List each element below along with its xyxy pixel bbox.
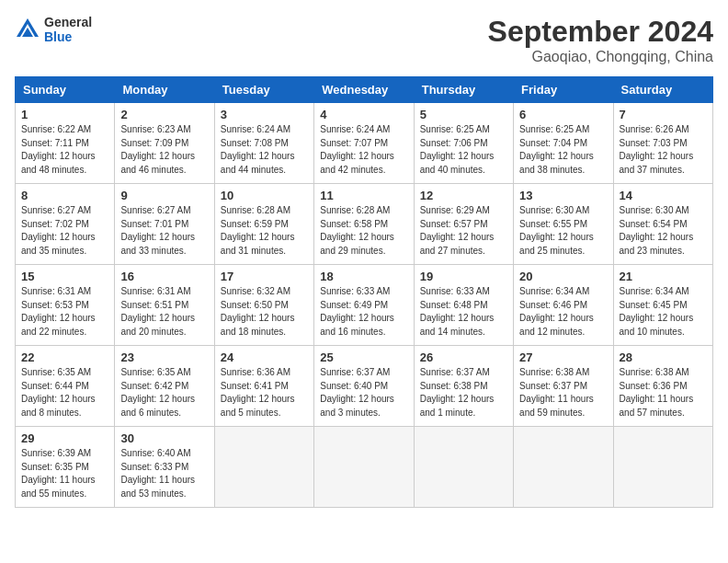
logo-blue: Blue: [44, 29, 92, 44]
weekday-header-tuesday: Tuesday: [214, 77, 313, 103]
weekday-header-monday: Monday: [115, 77, 214, 103]
calendar-cell-2: 2Sunrise: 6:23 AMSunset: 7:09 PMDaylight…: [115, 103, 214, 184]
calendar-cell-empty: [214, 427, 313, 508]
calendar-week-1: 1Sunrise: 6:22 AMSunset: 7:11 PMDaylight…: [16, 103, 713, 184]
calendar-cell-24: 24Sunrise: 6:36 AMSunset: 6:41 PMDayligh…: [214, 346, 313, 427]
calendar-cell-28: 28Sunrise: 6:38 AMSunset: 6:36 PMDayligh…: [613, 346, 712, 427]
calendar-cell-empty: [314, 427, 414, 508]
calendar-cell-1: 1Sunrise: 6:22 AMSunset: 7:11 PMDaylight…: [16, 103, 115, 184]
logo-general: General: [44, 15, 92, 29]
weekday-header-row: SundayMondayTuesdayWednesdayThursdayFrid…: [16, 77, 713, 103]
page-header: General Blue September 2024 Gaoqiao, Cho…: [15, 15, 713, 65]
calendar-cell-21: 21Sunrise: 6:34 AMSunset: 6:45 PMDayligh…: [613, 265, 712, 346]
weekday-header-sunday: Sunday: [16, 77, 115, 103]
calendar-cell-14: 14Sunrise: 6:30 AMSunset: 6:54 PMDayligh…: [613, 184, 712, 265]
calendar-cell-19: 19Sunrise: 6:33 AMSunset: 6:48 PMDayligh…: [414, 265, 513, 346]
calendar-cell-18: 18Sunrise: 6:33 AMSunset: 6:49 PMDayligh…: [314, 265, 414, 346]
calendar-cell-7: 7Sunrise: 6:26 AMSunset: 7:03 PMDaylight…: [613, 103, 712, 184]
month-title: September 2024: [488, 15, 713, 49]
calendar-cell-30: 30Sunrise: 6:40 AMSunset: 6:33 PMDayligh…: [115, 427, 214, 508]
logo: General Blue: [15, 15, 92, 44]
weekday-header-friday: Friday: [514, 77, 613, 103]
calendar-week-3: 15Sunrise: 6:31 AMSunset: 6:53 PMDayligh…: [16, 265, 713, 346]
calendar-cell-17: 17Sunrise: 6:32 AMSunset: 6:50 PMDayligh…: [214, 265, 313, 346]
calendar-cell-11: 11Sunrise: 6:28 AMSunset: 6:58 PMDayligh…: [314, 184, 414, 265]
calendar-cell-3: 3Sunrise: 6:24 AMSunset: 7:08 PMDaylight…: [214, 103, 313, 184]
weekday-header-thursday: Thursday: [414, 77, 513, 103]
calendar-cell-12: 12Sunrise: 6:29 AMSunset: 6:57 PMDayligh…: [414, 184, 513, 265]
calendar-cell-22: 22Sunrise: 6:35 AMSunset: 6:44 PMDayligh…: [16, 346, 115, 427]
logo-icon: [15, 17, 40, 42]
calendar-cell-16: 16Sunrise: 6:31 AMSunset: 6:51 PMDayligh…: [115, 265, 214, 346]
calendar-cell-20: 20Sunrise: 6:34 AMSunset: 6:46 PMDayligh…: [514, 265, 613, 346]
calendar-week-2: 8Sunrise: 6:27 AMSunset: 7:02 PMDaylight…: [16, 184, 713, 265]
calendar-cell-8: 8Sunrise: 6:27 AMSunset: 7:02 PMDaylight…: [16, 184, 115, 265]
calendar-cell-29: 29Sunrise: 6:39 AMSunset: 6:35 PMDayligh…: [16, 427, 115, 508]
logo-text: General Blue: [44, 15, 92, 44]
calendar-cell-23: 23Sunrise: 6:35 AMSunset: 6:42 PMDayligh…: [115, 346, 214, 427]
calendar-week-4: 22Sunrise: 6:35 AMSunset: 6:44 PMDayligh…: [16, 346, 713, 427]
calendar-cell-27: 27Sunrise: 6:38 AMSunset: 6:37 PMDayligh…: [514, 346, 613, 427]
calendar-cell-15: 15Sunrise: 6:31 AMSunset: 6:53 PMDayligh…: [16, 265, 115, 346]
calendar-cell-empty: [414, 427, 513, 508]
calendar-cell-9: 9Sunrise: 6:27 AMSunset: 7:01 PMDaylight…: [115, 184, 214, 265]
calendar-cell-empty: [613, 427, 712, 508]
calendar-week-5: 29Sunrise: 6:39 AMSunset: 6:35 PMDayligh…: [16, 427, 713, 508]
weekday-header-wednesday: Wednesday: [314, 77, 414, 103]
title-block: September 2024 Gaoqiao, Chongqing, China: [488, 15, 713, 65]
calendar-cell-4: 4Sunrise: 6:24 AMSunset: 7:07 PMDaylight…: [314, 103, 414, 184]
calendar-cell-26: 26Sunrise: 6:37 AMSunset: 6:38 PMDayligh…: [414, 346, 513, 427]
weekday-header-saturday: Saturday: [613, 77, 712, 103]
calendar-table: SundayMondayTuesdayWednesdayThursdayFrid…: [15, 76, 713, 508]
calendar-cell-25: 25Sunrise: 6:37 AMSunset: 6:40 PMDayligh…: [314, 346, 414, 427]
calendar-cell-5: 5Sunrise: 6:25 AMSunset: 7:06 PMDaylight…: [414, 103, 513, 184]
calendar-cell-6: 6Sunrise: 6:25 AMSunset: 7:04 PMDaylight…: [514, 103, 613, 184]
calendar-cell-13: 13Sunrise: 6:30 AMSunset: 6:55 PMDayligh…: [514, 184, 613, 265]
calendar-cell-empty: [514, 427, 613, 508]
location: Gaoqiao, Chongqing, China: [488, 49, 713, 65]
calendar-cell-10: 10Sunrise: 6:28 AMSunset: 6:59 PMDayligh…: [214, 184, 313, 265]
